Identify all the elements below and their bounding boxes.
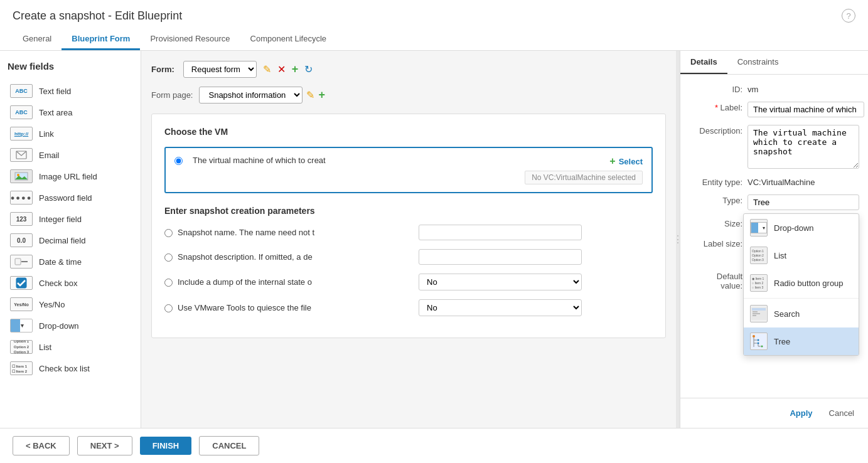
panel-tab-constraints[interactable]: Constraints: [727, 51, 789, 74]
form-label: Form:: [151, 65, 174, 74]
svg-rect-10: [753, 315, 756, 316]
tab-general[interactable]: General: [13, 29, 62, 50]
default-value-label: Defaultvalue:: [689, 270, 742, 290]
sidebar-title: New fields: [8, 61, 133, 72]
refresh-form-icon[interactable]: ↻: [304, 63, 313, 75]
description-textarea[interactable]: The virtual machine which to create a sn…: [747, 125, 859, 169]
vm-radio[interactable]: [174, 157, 183, 165]
tab-blueprint-form[interactable]: Blueprint Form: [62, 29, 140, 50]
page-dropdown[interactable]: Snapshot information: [199, 87, 303, 104]
field-radio-0[interactable]: [164, 229, 173, 237]
vm-no-selected: No VC:VirtualMachine selected: [525, 171, 643, 184]
type-label: Type:: [689, 194, 742, 205]
description-label: Description:: [689, 125, 742, 136]
dropdown-item-search-icon: [750, 305, 768, 322]
decimal-icon: 0.0: [10, 233, 33, 247]
sidebar-item-checkbox[interactable]: Check box: [8, 272, 133, 294]
add-page-icon[interactable]: +: [318, 88, 325, 102]
sidebar-item-checkboxlist[interactable]: ☐ Item 1 ☐ Item 2 Check box list: [8, 358, 133, 379]
add-form-icon[interactable]: +: [292, 63, 299, 76]
field-radio-3[interactable]: [164, 304, 173, 312]
sidebar-item-integer[interactable]: 123 Integer field: [8, 208, 133, 230]
entity-type-label: Entity type:: [689, 176, 742, 187]
section2-title: Enter snapshot creation parameters: [164, 206, 653, 216]
prop-row-description: Description: The virtual machine which t…: [689, 125, 859, 169]
dropdown-item-search[interactable]: Search: [744, 300, 859, 327]
prop-row-entity-type: Entity type: VC:VirtualMachine: [689, 176, 859, 187]
sidebar-item-label: List: [39, 343, 51, 352]
field-input-1[interactable]: [419, 249, 582, 265]
form-bar: Form: Request form ✎ ✕ + ↻: [151, 61, 666, 78]
tab-component-lifecycle[interactable]: Component Lifecycle: [240, 29, 336, 50]
page-title: Create a snapshot - Edit Blueprint: [13, 9, 182, 23]
panel-tabs: Details Constraints: [680, 51, 868, 75]
sidebar-item-link[interactable]: http:// Link: [8, 123, 133, 144]
dropdown-item-label: List: [774, 251, 786, 260]
page-bar: Form page: Snapshot information ✎ +: [151, 87, 666, 104]
edit-page-icon[interactable]: ✎: [306, 89, 314, 101]
form-canvas: Choose the VM The virtual machine of whi…: [151, 114, 666, 338]
dropdown-item-label: Search: [774, 309, 800, 319]
help-icon[interactable]: ?: [842, 9, 855, 23]
sidebar-item-label: Password field: [39, 193, 92, 203]
sidebar-item-email[interactable]: Email: [8, 144, 133, 166]
image-url-icon: [10, 169, 33, 183]
field-radio-2[interactable]: [164, 279, 173, 287]
field-radio-1[interactable]: [164, 253, 173, 262]
sidebar-item-decimal[interactable]: 0.0 Decimal field: [8, 230, 133, 251]
field-input-0[interactable]: [419, 225, 582, 240]
label-size-label: Label size:: [689, 238, 742, 248]
back-button[interactable]: < BACK: [13, 436, 70, 455]
datetime-icon: [10, 255, 33, 269]
svg-point-17: [758, 343, 759, 344]
dropdown-item-tree[interactable]: Tree: [744, 327, 859, 355]
finish-button[interactable]: FINISH: [140, 437, 192, 455]
next-button[interactable]: NEXT >: [77, 436, 132, 455]
sidebar-item-label: Image URL field: [39, 172, 97, 181]
sidebar-item-dropdown[interactable]: ▾ Drop-down: [8, 315, 133, 336]
sidebar-item-label: Date & time: [39, 257, 82, 267]
sidebar-item-password[interactable]: ●●●● Password field: [8, 187, 133, 208]
cancel-panel-button[interactable]: Cancel: [824, 406, 859, 420]
vm-selector: The virtual machine of which to creat + …: [164, 147, 653, 193]
sidebar-item-label: Integer field: [39, 215, 82, 224]
sidebar-item-yesno[interactable]: Yes/No Yes/No: [8, 294, 133, 315]
text-area-icon: ABC: [10, 105, 33, 119]
sidebar-item-text-area[interactable]: ABC Text area: [8, 102, 133, 123]
svg-rect-3: [15, 258, 21, 265]
edit-form-icon[interactable]: ✎: [263, 63, 271, 75]
sidebar-item-label: Check box list: [39, 364, 90, 373]
panel-tab-details[interactable]: Details: [680, 51, 727, 74]
sidebar-item-image-url[interactable]: Image URL field: [8, 166, 133, 187]
svg-rect-8: [753, 311, 758, 312]
tab-provisioned-resource[interactable]: Provisioned Resource: [140, 29, 240, 50]
dropdown-item-radio[interactable]: ◉ Item 1 ○ Item 2 ○ Item 3 Radio button …: [744, 269, 859, 297]
dropdown-item-dropdown[interactable]: ▾ Drop-down: [744, 214, 859, 242]
label-input[interactable]: [747, 102, 864, 117]
entity-type-value: VC:VirtualMachine: [747, 176, 815, 187]
field-label-1: Snapshot description. If omitted, a de: [178, 252, 313, 262]
sidebar-item-list[interactable]: Option 1 Option 2 Option 3 List: [8, 336, 133, 358]
field-select-3[interactable]: No: [419, 299, 582, 316]
dropdown-item-label: Tree: [774, 337, 790, 346]
form-row: Snapshot description. If omitted, a de: [164, 249, 653, 265]
form-select[interactable]: Request form: [183, 61, 257, 78]
dropdown-item-radio-icon: ◉ Item 1 ○ Item 2 ○ Item 3: [750, 274, 768, 292]
integer-icon: 123: [10, 212, 33, 226]
cancel-button[interactable]: CANCEL: [199, 436, 259, 455]
apply-button[interactable]: Apply: [785, 406, 817, 420]
panel-footer: Apply Cancel: [680, 398, 868, 428]
dropdown-item-list[interactable]: Option 1 Option 2 Option 3 List: [744, 242, 859, 269]
svg-rect-7: [752, 308, 766, 311]
sidebar-item-datetime[interactable]: Date & time: [8, 251, 133, 272]
size-label: Size:: [689, 218, 742, 228]
type-select[interactable]: Tree Drop-down List Radio button group S…: [747, 194, 859, 210]
sidebar-item-text-field[interactable]: ABC Text field: [8, 80, 133, 102]
vm-select-button[interactable]: + Select: [609, 156, 643, 167]
delete-form-icon[interactable]: ✕: [277, 63, 286, 75]
dropdown-item-label: Radio button group: [774, 279, 844, 288]
app-footer: < BACK NEXT > FINISH CANCEL: [0, 428, 868, 463]
dropdown-item-tree-icon: [750, 333, 768, 350]
field-select-2[interactable]: No: [419, 274, 582, 290]
id-value: vm: [747, 83, 758, 94]
